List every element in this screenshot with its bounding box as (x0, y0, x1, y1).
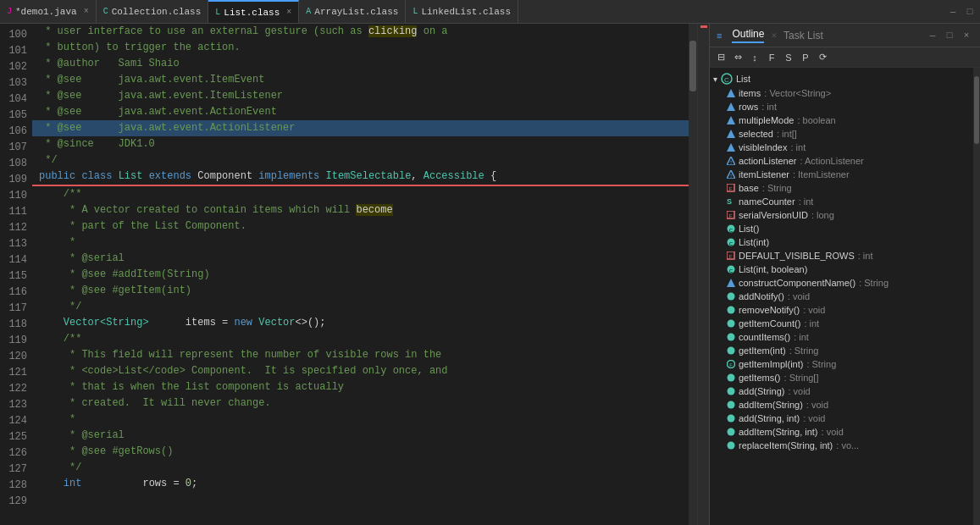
field-T-triangle-icon: T (727, 170, 735, 179)
tab-collection[interactable]: C Collection.class (97, 0, 209, 23)
expand-arrow-list[interactable]: ▾ (713, 75, 717, 84)
java-file-icon: J (7, 7, 12, 16)
outline-item-itemListener[interactable]: T itemListener : ItemListener (710, 168, 973, 181)
outline-item-getItemImpl[interactable]: F getItemImpl(int) : String (710, 357, 973, 371)
field-triangle-icon (727, 89, 735, 97)
code-line-103: * @see java.awt.event.ItemEvent (32, 72, 689, 88)
outline-item-List0[interactable]: C List() (710, 222, 973, 235)
class-icon-collection: C (103, 7, 108, 16)
outline-item-addItem-string[interactable]: addItem(String) : void (710, 398, 973, 412)
hide-nonpublic-button[interactable]: P (798, 50, 813, 65)
svg-text:F: F (729, 254, 733, 259)
method-circle-icon (727, 333, 735, 341)
svg-point-27 (728, 334, 735, 341)
tab-bar: J *demo1.java × C Collection.class L Lis… (0, 0, 980, 24)
outline-tree: ▾ C List items : Vector<String> rows : i… (710, 68, 973, 525)
tab-demo1[interactable]: J *demo1.java × (0, 0, 97, 23)
hide-static-button[interactable]: S (781, 50, 796, 65)
outline-scrollbar[interactable] (973, 68, 980, 525)
method-circle-icon (727, 292, 735, 301)
method-circle-icon (727, 319, 735, 328)
svg-point-24 (728, 293, 735, 301)
window-controls: — □ (946, 5, 980, 19)
collapse-all-button[interactable]: ⊟ (713, 50, 728, 65)
tab-close-list[interactable]: × (286, 8, 291, 17)
main-area: 100 101 102 103 104 105 106 107 108 109 … (0, 24, 980, 525)
editor-vertical-scrollbar[interactable] (689, 24, 697, 525)
method-circle-icon (727, 428, 735, 436)
outline-item-rows[interactable]: rows : int (710, 100, 973, 113)
maximize-button[interactable]: □ (963, 5, 977, 19)
outline-item-multipleMode[interactable]: multipleMode : boolean (710, 113, 973, 127)
filter-button[interactable]: F (764, 50, 779, 65)
outline-item-base[interactable]: F base : String (710, 181, 973, 195)
outline-item-add-string-int[interactable]: add(String, int) : void (710, 412, 973, 425)
outline-item-nameCounter[interactable]: S nameCounter : int (710, 195, 973, 208)
field-triangle-icon (727, 102, 735, 111)
svg-point-32 (728, 388, 735, 395)
outline-item-getItems[interactable]: getItems() : String[] (710, 371, 973, 384)
sort-button[interactable]: ↕ (747, 50, 762, 65)
outline-item-getItemCount[interactable]: getItemCount() : int (710, 317, 973, 330)
tab-linkedlist[interactable]: L LinkedList.class (406, 0, 518, 23)
tab-outline[interactable]: Outline (732, 28, 764, 43)
editor-panel: 100 101 102 103 104 105 106 107 108 109 … (0, 24, 709, 525)
code-line-107: * @since JDK1.0 (32, 136, 689, 152)
svg-marker-2 (727, 89, 735, 97)
method-circle-icon (727, 414, 735, 423)
method-triangle-icon (727, 279, 735, 287)
tab-close-demo1[interactable]: × (84, 7, 89, 16)
outline-item-items[interactable]: items : Vector<String> (710, 86, 973, 100)
code-line-129: int rows = 0; (32, 476, 689, 492)
code-line-116: * @see #getItem(int) (32, 283, 689, 299)
code-line-120: /** (32, 331, 689, 347)
minimize-button[interactable]: — (946, 5, 960, 19)
outline-header: ≡ Outline ✕ Task List — □ × (710, 24, 980, 47)
outline-item-replaceItem[interactable]: replaceItem(String, int) : vo... (710, 439, 973, 452)
outline-item-countItems[interactable]: countItems() : int (710, 330, 973, 344)
sync-button[interactable]: ⟳ (815, 50, 830, 65)
class-icon-arraylist: A (306, 7, 311, 16)
tab-list[interactable]: L List.class × (208, 0, 299, 23)
code-editor[interactable]: * user interface to use an external gest… (32, 24, 689, 525)
constructor-C-icon: C (727, 224, 735, 233)
outline-minimize-button[interactable]: — (926, 29, 939, 42)
code-line-112: * part of the List Component. (32, 218, 689, 235)
svg-point-31 (728, 374, 735, 382)
code-line-101: * button) to trigger the action. (32, 40, 689, 56)
outline-item-addItem-string-int[interactable]: addItem(String, int) : void (710, 425, 973, 439)
constructor-C-icon: C (727, 265, 735, 274)
svg-point-25 (728, 307, 735, 314)
outline-item-constructComponentName[interactable]: constructComponentName() : String (710, 276, 973, 290)
outline-scrollbar-thumb[interactable] (974, 76, 979, 144)
outline-maximize-button[interactable]: □ (943, 29, 956, 42)
outline-root-item[interactable]: ▾ C List (710, 71, 973, 86)
outline-item-removeNotify[interactable]: removeNotify() : void (710, 303, 973, 317)
outline-item-DEFAULT_VISIBLE_ROWS[interactable]: F DEFAULT_VISIBLE_ROWS : int (710, 249, 973, 262)
code-line-113: * (32, 235, 689, 251)
outline-item-getItem[interactable]: getItem(int) : String (710, 344, 973, 357)
outline-close-button[interactable]: × (960, 29, 973, 42)
tab-task-list[interactable]: Task List (783, 30, 823, 41)
outline-item-actionListener[interactable]: T actionListener : ActionListener (710, 154, 973, 168)
svg-marker-5 (727, 130, 735, 138)
outline-item-List2[interactable]: C List(int, boolean) (710, 262, 973, 276)
link-editor-button[interactable]: ⇔ (730, 50, 745, 65)
method-circle-icon (727, 401, 735, 409)
code-line-108: */ (32, 152, 689, 169)
code-line-115: * @see #addItem(String) (32, 267, 689, 283)
code-line-104: * @see java.awt.event.ItemListener (32, 88, 689, 104)
outline-item-serialVersionUID[interactable]: F serialVersionUID : long (710, 208, 973, 222)
method-circle-icon (727, 373, 735, 382)
class-icon: C (721, 73, 733, 85)
scrollbar-thumb[interactable] (689, 41, 696, 91)
outline-item-selected[interactable]: selected : int[] (710, 127, 973, 141)
outline-item-addNotify[interactable]: addNotify() : void (710, 290, 973, 303)
tab-arraylist[interactable]: A ArrayList.class (299, 0, 406, 23)
outline-item-List1[interactable]: C List(int) (710, 235, 973, 249)
method-circle-icon (727, 346, 735, 355)
outline-item-visibleIndex[interactable]: visibleIndex : int (710, 141, 973, 154)
svg-marker-23 (727, 279, 735, 287)
outline-item-add-string[interactable]: add(String) : void (710, 384, 973, 398)
method-circle-icon (727, 387, 735, 395)
